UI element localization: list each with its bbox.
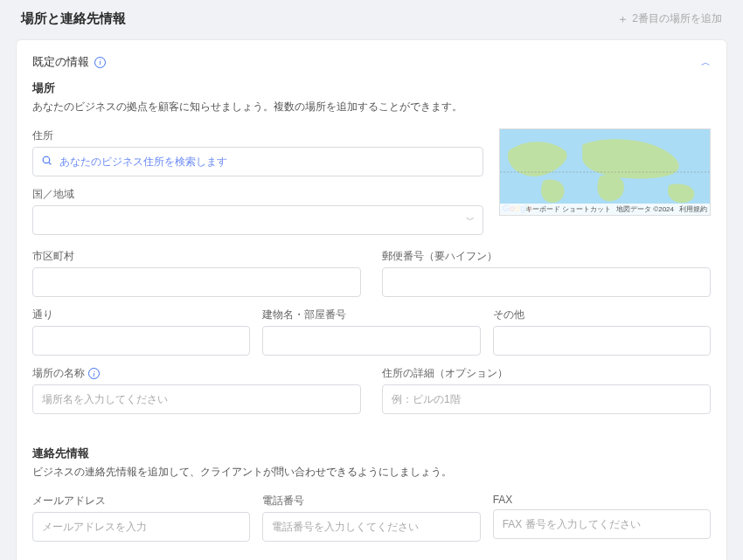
add-second-location-top[interactable]: ＋ 2番目の場所を追加	[617, 11, 722, 26]
street-input[interactable]	[32, 326, 250, 356]
city-label: 市区町村	[32, 249, 361, 264]
map-shortcuts[interactable]: キーボード ショートカット	[525, 204, 611, 214]
map-data: 地図データ ©2024	[616, 204, 674, 214]
location-heading: 場所	[32, 80, 711, 96]
svg-line-1	[49, 162, 51, 164]
location-name-input[interactable]	[32, 384, 361, 414]
fax-label: FAX	[493, 494, 711, 506]
collapse-chevron-icon[interactable]: ︿	[701, 56, 711, 69]
map-preview[interactable]: Google キーボード ショートカット 地図データ ©2024 利用規約	[499, 128, 711, 216]
address-search-input[interactable]	[32, 147, 483, 176]
contact-heading: 連絡先情報	[32, 446, 711, 461]
card-title: 既定の情報 i	[32, 54, 106, 70]
address-label: 住所	[32, 128, 483, 143]
location-name-label: 場所の名称 i	[32, 366, 361, 381]
email-label: メールアドレス	[32, 494, 250, 508]
add-second-location-top-label: 2番目の場所を追加	[632, 11, 722, 26]
plus-icon: ＋	[617, 13, 628, 24]
location-desc: あなたのビジネスの拠点を顧客に知らせましょう。複数の場所を追加することができます…	[32, 100, 711, 114]
country-select[interactable]	[32, 205, 483, 235]
street-label: 通り	[32, 308, 250, 322]
info-icon[interactable]: i	[88, 368, 100, 379]
building-input[interactable]	[262, 326, 480, 356]
postal-label: 郵便番号（要ハイフン）	[382, 249, 711, 264]
search-icon	[41, 155, 52, 169]
svg-point-0	[43, 156, 50, 163]
address-detail-label: 住所の詳細（オプション）	[382, 366, 711, 381]
email-input[interactable]	[32, 512, 250, 542]
postal-input[interactable]	[382, 267, 711, 297]
other-label: その他	[493, 308, 711, 322]
fax-input[interactable]	[493, 509, 711, 539]
city-input[interactable]	[32, 267, 361, 297]
building-label: 建物名・部屋番号	[262, 308, 480, 322]
map-terms[interactable]: 利用規約	[679, 204, 707, 214]
contact-desc: ビジネスの連絡先情報を追加して、クライアントが問い合わせできるようにしましょう。	[32, 465, 711, 480]
phone-input[interactable]	[262, 512, 480, 542]
address-detail-input[interactable]	[382, 384, 711, 414]
phone-label: 電話番号	[262, 494, 480, 508]
page-title: 場所と連絡先情報	[21, 10, 126, 27]
default-info-card: 既定の情報 i ︿ 場所 あなたのビジネスの拠点を顧客に知らせましょう。複数の場…	[16, 39, 727, 560]
country-label: 国／地域	[32, 187, 483, 202]
info-icon[interactable]: i	[94, 57, 106, 68]
other-input[interactable]	[493, 326, 711, 356]
